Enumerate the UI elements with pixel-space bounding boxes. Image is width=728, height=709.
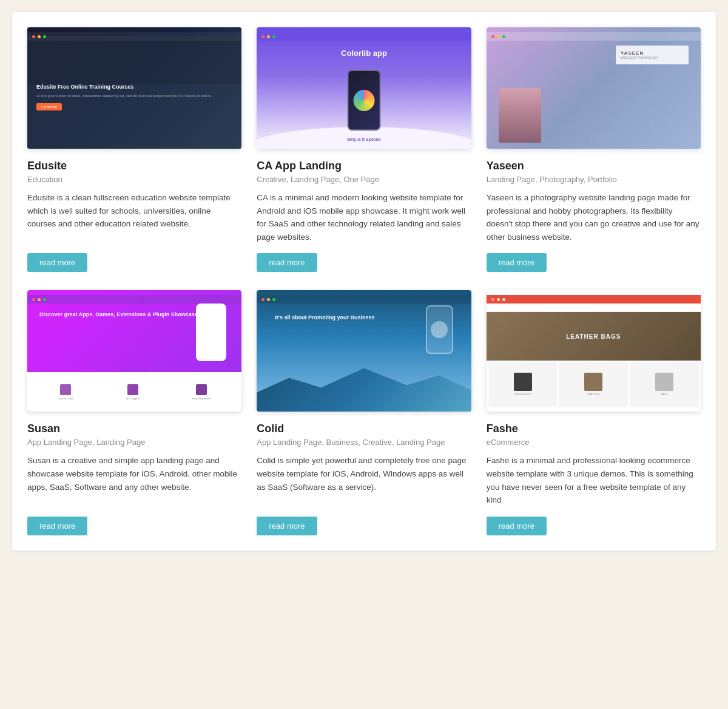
- thumb-phone-circle: [353, 90, 374, 111]
- thumb-hero-text: Colorlib app: [257, 49, 471, 58]
- card-thumbnail-colid: It's all about Promoting your Business: [257, 290, 471, 412]
- card-tags-fashe: eCommerce: [487, 438, 701, 447]
- thumb-phone-circle: [431, 321, 448, 338]
- thumb-phone: [196, 304, 226, 361]
- dot-yellow: [267, 298, 270, 301]
- card-ca-app: Colorlib app Why is It Special CA App La…: [257, 27, 471, 272]
- thumb-product-img-3: [655, 373, 673, 391]
- card-colid: It's all about Promoting your Business C…: [257, 290, 471, 535]
- card-fashe: LEATHER BAGS SUNGLASSES WATCHES BAGS Fas…: [487, 290, 701, 535]
- card-title-susan: Susan: [27, 422, 241, 435]
- read-more-button-edusite[interactable]: read more: [27, 253, 87, 272]
- thumb-hero-text: Discover great Apps, Games, Extensions &…: [39, 311, 198, 319]
- card-description-susan: Susan is a creative and simple app landi…: [27, 454, 241, 506]
- dot-yellow: [267, 35, 270, 38]
- dot-red: [261, 298, 265, 301]
- card-description-fashe: Fashe is a minimal and professional look…: [487, 454, 701, 506]
- card-thumbnail-susan: Discover great Apps, Games, Extensions &…: [27, 290, 241, 412]
- card-title-ca-app: CA App Landing: [257, 160, 471, 172]
- card-description-edusite: Edusite is a clean fullscreen education …: [27, 191, 241, 243]
- card-title-fashe: Fashe: [487, 422, 701, 435]
- card-description-yaseen: Yaseen is a photography website landing …: [487, 191, 701, 243]
- thumb-brand: YASEEN: [621, 50, 684, 56]
- card-yaseen: YASEEN WIRELESS TECHNOLOGY Yaseen Landin…: [487, 27, 701, 272]
- thumb-service-1: Data in Cloud: [58, 384, 73, 400]
- card-description-ca-app: CA is a minimal and modern looking websi…: [257, 191, 471, 243]
- read-more-button-fashe[interactable]: read more: [487, 517, 547, 535]
- thumb-product-label-2: WATCHES: [588, 393, 600, 396]
- read-more-button-colid[interactable]: read more: [257, 517, 317, 535]
- card-tags-ca-app: Creative, Landing Page, One Page: [257, 175, 471, 184]
- dot-yellow: [497, 35, 500, 38]
- card-tags-edusite: Education: [27, 175, 241, 184]
- thumb-service-2: 24/7 Support: [126, 384, 140, 400]
- thumb-phone: [347, 70, 380, 131]
- thumb-services-bar: Data in Cloud 24/7 Support Fully Respons…: [27, 372, 241, 412]
- thumb-hero-text: It's all about Promoting your Business: [275, 314, 374, 322]
- thumb-header-bar: [487, 304, 701, 312]
- thumb-service-text-3: Fully Responsive: [192, 397, 211, 400]
- thumb-service-text-1: Data in Cloud: [58, 397, 73, 400]
- card-susan: Discover great Apps, Games, Extensions &…: [27, 290, 241, 535]
- template-grid: Edusite Free Online Training Courses Lor…: [12, 12, 716, 551]
- dot-green: [43, 35, 46, 38]
- dot-green: [502, 298, 505, 301]
- card-description-colid: Colid is simple yet powerful and complet…: [257, 454, 471, 506]
- thumb-service-icon-1: [60, 384, 71, 395]
- dot-green: [272, 35, 275, 38]
- thumb-product-2: WATCHES: [559, 362, 628, 407]
- thumb-product-label-1: SUNGLASSES: [514, 393, 531, 396]
- card-title-colid: Colid: [257, 422, 471, 435]
- thumb-product-label-3: BAGS: [661, 393, 668, 396]
- thumb-hero-content: YASEEN WIRELESS TECHNOLOGY: [616, 46, 689, 64]
- thumb-hero-title: Edusite Free Online Training Courses: [36, 84, 232, 91]
- thumb-product-img-2: [584, 373, 602, 391]
- card-thumbnail-ca-app: Colorlib app Why is It Special: [257, 27, 471, 149]
- thumb-tagline: WIRELESS TECHNOLOGY: [621, 56, 684, 59]
- dot-green: [272, 298, 275, 301]
- thumb-service-icon-2: [127, 384, 138, 395]
- thumb-service-icon-3: [196, 384, 207, 395]
- thumb-portrait: [499, 88, 541, 143]
- dot-red: [32, 35, 35, 38]
- dot-red: [261, 35, 265, 38]
- thumb-leather-hero: LEATHER BAGS: [487, 312, 701, 361]
- card-thumbnail-edusite: Edusite Free Online Training Courses Lor…: [27, 27, 241, 149]
- card-edusite: Edusite Free Online Training Courses Lor…: [27, 27, 241, 272]
- thumb-products-grid: SUNGLASSES WATCHES BAGS: [487, 360, 701, 409]
- thumb-product-3: BAGS: [630, 362, 699, 407]
- card-title-yaseen: Yaseen: [487, 160, 701, 172]
- dot-yellow: [38, 298, 41, 301]
- card-tags-colid: App Landing Page, Business, Creative, La…: [257, 438, 471, 447]
- dot-red: [491, 298, 494, 301]
- read-more-button-ca-app[interactable]: read more: [257, 253, 317, 272]
- dot-green: [43, 298, 46, 301]
- dot-yellow: [497, 298, 500, 301]
- card-thumbnail-fashe: LEATHER BAGS SUNGLASSES WATCHES BAGS: [487, 290, 701, 412]
- dot-red: [32, 298, 35, 301]
- card-tags-yaseen: Landing Page, Photography, Portfolio: [487, 175, 701, 184]
- thumb-hero-sub: Lorem ipsum dolor sit amet, consectetur …: [36, 93, 232, 98]
- thumb-why-text: Why is It Special: [257, 137, 471, 141]
- dot-green: [502, 35, 505, 38]
- card-title-edusite: Edusite: [27, 160, 241, 172]
- thumb-phone: [426, 305, 453, 354]
- thumb-leather-text: LEATHER BAGS: [566, 333, 621, 340]
- card-thumbnail-yaseen: YASEEN WIRELESS TECHNOLOGY: [487, 27, 701, 149]
- dot-yellow: [38, 35, 41, 38]
- read-more-button-susan[interactable]: read more: [27, 517, 87, 535]
- thumb-mountain: [257, 363, 471, 412]
- thumb-service-3: Fully Responsive: [192, 384, 211, 400]
- thumb-product-img-1: [514, 373, 532, 391]
- read-more-button-yaseen[interactable]: read more: [487, 253, 547, 272]
- thumb-cta: Get Started: [36, 103, 62, 110]
- dot-red: [491, 35, 494, 38]
- card-tags-susan: App Landing Page, Landing Page: [27, 438, 241, 447]
- thumb-product-1: SUNGLASSES: [488, 362, 558, 407]
- thumb-service-text-2: 24/7 Support: [126, 397, 140, 400]
